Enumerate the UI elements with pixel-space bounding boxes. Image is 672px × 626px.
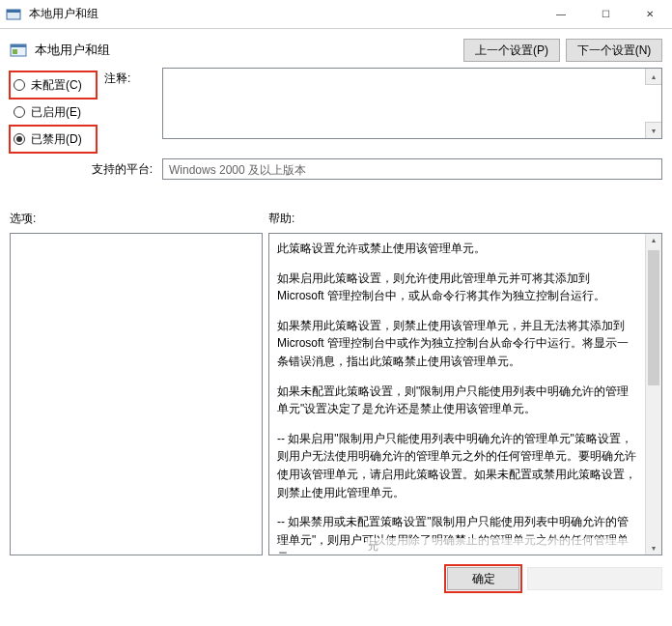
supported-on-value: Windows 2000 及以上版本 xyxy=(162,158,662,180)
minimize-button[interactable]: — xyxy=(539,0,583,29)
supported-on-label: 支持的平台: xyxy=(10,161,162,178)
help-paragraph: -- 如果启用"限制用户只能使用列表中明确允许的管理单元"策略设置，则用户无法使… xyxy=(277,430,637,501)
header-icon xyxy=(10,42,27,59)
scrollbar[interactable] xyxy=(645,234,661,555)
scroll-down-icon[interactable]: ▾ xyxy=(645,122,661,138)
titlebar: 本地用户和组 — ☐ ✕ xyxy=(0,0,672,29)
radio-group: 未配置(C) 已启用(E) 已禁用(D) xyxy=(10,68,97,153)
radio-icon xyxy=(14,106,25,118)
radio-label: 已启用(E) xyxy=(31,104,81,121)
radio-icon xyxy=(14,133,25,145)
ok-button[interactable]: 确定 xyxy=(447,567,519,590)
svg-rect-1 xyxy=(7,10,20,13)
comment-label: 注释: xyxy=(104,68,162,153)
radio-icon xyxy=(14,79,25,91)
footer-placeholder xyxy=(527,567,662,590)
footer: 确定 xyxy=(0,555,672,598)
close-button[interactable]: ✕ xyxy=(628,0,672,29)
help-paragraph: 如果未配置此策略设置，则"限制用户只能使用列表中明确允许的管理单元"设置决定了是… xyxy=(277,383,637,418)
help-paragraph: 此策略设置允许或禁止使用该管理单元。 xyxy=(277,240,637,258)
options-panel xyxy=(10,233,263,555)
next-setting-button[interactable]: 下一个设置(N) xyxy=(566,39,662,62)
page-title: 本地用户和组 xyxy=(35,42,110,59)
radio-not-configured[interactable]: 未配置(C) xyxy=(10,71,97,99)
radio-label: 未配置(C) xyxy=(31,77,82,94)
options-label: 选项: xyxy=(10,211,268,227)
maximize-button[interactable]: ☐ xyxy=(583,0,628,29)
watermark-text: 元 xyxy=(366,538,644,555)
comment-textarea[interactable]: ▴ ▾ xyxy=(162,68,662,139)
header-row: 本地用户和组 上一个设置(P) 下一个设置(N) xyxy=(0,29,672,68)
svg-rect-4 xyxy=(13,49,17,54)
help-panel: 此策略设置允许或禁止使用该管理单元。 如果启用此策略设置，则允许使用此管理单元并… xyxy=(268,233,662,555)
window-title: 本地用户和组 xyxy=(29,6,98,22)
help-label: 帮助: xyxy=(268,211,294,227)
scrollbar-thumb[interactable] xyxy=(648,250,659,385)
radio-label: 已禁用(D) xyxy=(31,131,82,148)
help-paragraph: 如果启用此策略设置，则允许使用此管理单元并可将其添加到 Microsoft 管理… xyxy=(277,270,637,305)
svg-rect-3 xyxy=(11,44,26,47)
app-icon xyxy=(6,7,21,22)
radio-enabled[interactable]: 已启用(E) xyxy=(10,99,97,126)
scroll-up-icon[interactable]: ▴ xyxy=(645,69,661,85)
radio-disabled[interactable]: 已禁用(D) xyxy=(10,126,97,153)
help-paragraph: 如果禁用此策略设置，则禁止使用该管理单元，并且无法将其添加到 Microsoft… xyxy=(277,317,637,371)
help-text: 此策略设置允许或禁止使用该管理单元。 如果启用此策略设置，则允许使用此管理单元并… xyxy=(269,234,645,555)
previous-setting-button[interactable]: 上一个设置(P) xyxy=(463,39,560,62)
